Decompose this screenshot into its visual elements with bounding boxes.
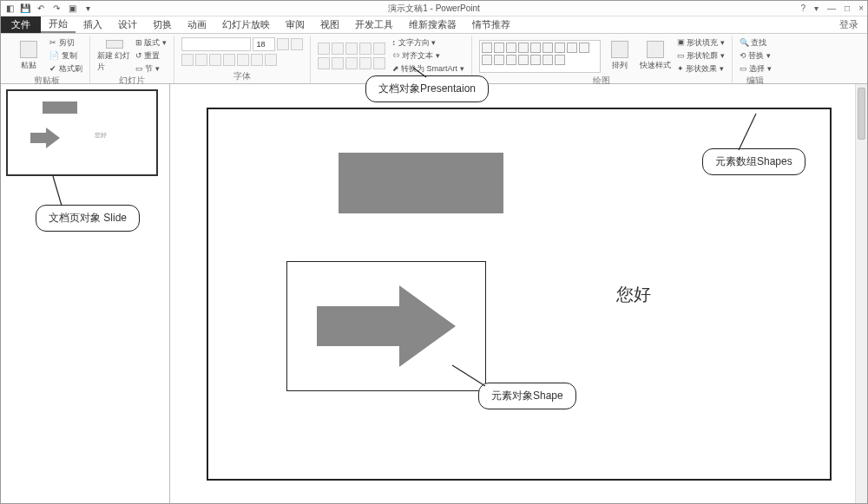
quick-styles-icon xyxy=(647,41,664,58)
qat-dropdown-icon[interactable]: ▾ xyxy=(82,3,93,14)
tab-extra2[interactable]: 情节推荐 xyxy=(464,16,518,33)
section-button[interactable]: ▭ 节 ▾ xyxy=(135,63,167,75)
save-icon[interactable]: 💾 xyxy=(20,3,30,14)
slide-thumbnail-1[interactable]: 您好 xyxy=(6,89,158,176)
tab-review[interactable]: 审阅 xyxy=(278,16,312,33)
arrange-button[interactable]: 排列 xyxy=(606,40,634,73)
justify-button[interactable] xyxy=(359,57,372,69)
tab-view[interactable]: 视图 xyxy=(312,16,347,33)
numbering-button[interactable] xyxy=(332,43,344,55)
redo-icon[interactable]: ↷ xyxy=(51,3,62,14)
shape-effects-button[interactable]: ✦ 形状效果 ▾ xyxy=(677,63,725,75)
undo-icon[interactable]: ↶ xyxy=(36,3,46,14)
paste-button[interactable]: 粘贴 xyxy=(11,40,46,73)
start-slideshow-icon[interactable]: ▣ xyxy=(67,3,77,14)
bullets-button[interactable] xyxy=(318,43,330,55)
help-icon[interactable]: ? xyxy=(801,3,806,13)
shape-text-hello[interactable]: 您好 xyxy=(616,283,651,306)
callout-shape-leader xyxy=(444,363,496,398)
titlebar: ◧ 💾 ↶ ↷ ▣ ▾ 演示文稿1 - PowerPoint ? ▾ — □ × xyxy=(1,1,867,16)
window-controls: ? ▾ — □ × xyxy=(801,3,864,13)
thumb-shape-arrow xyxy=(30,128,60,148)
find-button[interactable]: 🔍 查找 xyxy=(740,37,772,49)
shrink-font-button[interactable] xyxy=(291,38,303,50)
app-icon: ◧ xyxy=(4,3,15,14)
align-center-button[interactable] xyxy=(332,57,344,69)
group-slides: 新建 幻灯片 ⊞ 版式 ▾ ↺ 重置 ▭ 节 ▾ 幻灯片 xyxy=(90,36,174,83)
ribbon-tabs: 文件 开始 插入 设计 切换 动画 幻灯片放映 审阅 视图 开发工具 维新搜索器… xyxy=(1,16,867,34)
replace-button[interactable]: ⟲ 替换 ▾ xyxy=(740,50,772,62)
text-direction-button[interactable]: ↕ 文字方向 ▾ xyxy=(392,37,464,49)
underline-button[interactable] xyxy=(209,54,221,66)
arrange-icon xyxy=(611,41,628,58)
group-clipboard: 粘贴 ✂ 剪切 📄 复制 ✔ 格式刷 剪贴板 xyxy=(4,36,90,83)
reset-button[interactable]: ↺ 重置 xyxy=(135,50,167,62)
paste-icon xyxy=(20,41,37,58)
align-right-button[interactable] xyxy=(345,57,358,69)
layout-button[interactable]: ⊞ 版式 ▾ xyxy=(135,37,167,49)
svg-marker-1 xyxy=(317,285,456,367)
arrange-label: 排列 xyxy=(612,60,628,71)
callout-presentation-leader xyxy=(409,66,461,83)
align-text-button[interactable]: ⇔ 对齐文本 ▾ xyxy=(392,50,464,62)
close-icon[interactable]: × xyxy=(858,3,864,13)
slide-thumbnail-pane: 您好 xyxy=(1,84,170,503)
paste-label: 粘贴 xyxy=(21,60,36,71)
vertical-scrollbar[interactable] xyxy=(855,84,867,503)
group-editing: 🔍 查找 ⟲ 替换 ▾ ▭ 选择 ▾ 编辑 xyxy=(733,36,779,83)
grow-font-button[interactable] xyxy=(277,38,289,50)
window-title: 演示文稿1 - PowerPoint xyxy=(388,3,480,15)
format-painter-button[interactable]: ✔ 格式刷 xyxy=(49,63,82,75)
columns-button[interactable] xyxy=(373,57,385,69)
thumb-shape-rect xyxy=(43,101,77,114)
font-family-select[interactable] xyxy=(181,37,251,51)
tab-home[interactable]: 开始 xyxy=(41,16,76,33)
shapes-gallery[interactable] xyxy=(479,40,601,73)
shape-outline-button[interactable]: ▭ 形状轮廓 ▾ xyxy=(677,50,725,62)
tab-insert[interactable]: 插入 xyxy=(76,16,110,33)
group-drawing: 排列 快速样式 ▣ 形状填充 ▾ ▭ 形状轮廓 ▾ ✦ 形状效果 ▾ 绘图 xyxy=(472,36,733,83)
group-font-label: 字体 xyxy=(233,70,251,83)
callout-shapes-leader xyxy=(713,112,773,155)
new-slide-label: 新建 幻灯片 xyxy=(97,50,132,73)
shape-fill-button[interactable]: ▣ 形状填充 ▾ xyxy=(677,37,725,49)
spacing-button[interactable] xyxy=(251,54,263,66)
minimize-icon[interactable]: — xyxy=(827,3,836,13)
tab-transitions[interactable]: 切换 xyxy=(145,16,180,33)
ribbon-display-options-icon[interactable]: ▾ xyxy=(814,3,819,13)
font-color-button[interactable] xyxy=(265,54,277,66)
shape-arrow[interactable] xyxy=(308,278,464,374)
group-font: 18 字体 xyxy=(174,36,311,83)
signin-link[interactable]: 登录 xyxy=(831,16,867,33)
tab-extra1[interactable]: 维新搜索器 xyxy=(401,16,464,33)
tab-animations[interactable]: 动画 xyxy=(180,16,214,33)
select-button[interactable]: ▭ 选择 ▾ xyxy=(740,63,772,75)
callout-slide-leader xyxy=(36,174,88,209)
scrollbar-thumb[interactable] xyxy=(858,88,865,140)
tab-file[interactable]: 文件 xyxy=(1,16,41,33)
new-slide-button[interactable]: 新建 幻灯片 xyxy=(97,40,132,73)
new-slide-icon xyxy=(106,40,123,49)
line-spacing-button[interactable] xyxy=(373,43,385,55)
indent-dec-button[interactable] xyxy=(345,43,358,55)
align-left-button[interactable] xyxy=(318,57,330,69)
indent-inc-button[interactable] xyxy=(359,43,372,55)
tab-slideshow[interactable]: 幻灯片放映 xyxy=(214,16,278,33)
copy-button[interactable]: 📄 复制 xyxy=(49,50,82,62)
quick-access-toolbar: ◧ 💾 ↶ ↷ ▣ ▾ xyxy=(4,3,93,14)
thumb-text: 您好 xyxy=(95,131,107,140)
maximize-icon[interactable]: □ xyxy=(845,3,850,13)
tab-design[interactable]: 设计 xyxy=(110,16,145,33)
font-size-select[interactable]: 18 xyxy=(253,37,275,51)
shadow-button[interactable] xyxy=(237,54,249,66)
cut-button[interactable]: ✂ 剪切 xyxy=(49,37,82,49)
strike-button[interactable] xyxy=(223,54,235,66)
shape-rectangle[interactable] xyxy=(339,153,503,213)
italic-button[interactable] xyxy=(195,54,207,66)
bold-button[interactable] xyxy=(181,54,194,66)
svg-marker-0 xyxy=(30,128,60,148)
quick-styles-button[interactable]: 快速样式 xyxy=(639,40,672,73)
tab-developer[interactable]: 开发工具 xyxy=(347,16,401,33)
quick-styles-label: 快速样式 xyxy=(640,60,671,71)
